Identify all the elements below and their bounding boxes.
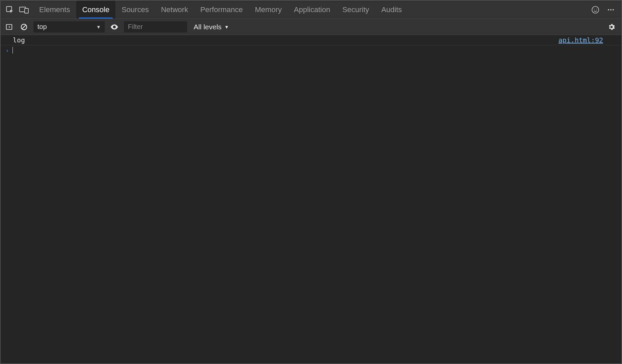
devtools-window: Elements Console Sources Network Perform… [0,0,622,364]
svg-point-6 [608,9,609,10]
tab-label: Sources [121,5,149,14]
console-sidebar-toggle[interactable] [3,20,15,34]
sidebar-toggle-icon [5,23,13,31]
inspect-icon [5,5,14,14]
tab-elements[interactable]: Elements [33,1,76,19]
panel-tabs: Elements Console Sources Network Perform… [33,1,408,19]
chevron-down-icon: ▼ [224,24,229,30]
tabbar-trailing [588,1,621,19]
devtools-tabbar: Elements Console Sources Network Perform… [1,1,621,19]
device-toolbar-button[interactable] [17,3,31,17]
tab-label: Audits [381,5,402,14]
tab-console[interactable]: Console [76,1,116,19]
more-options-button[interactable] [604,3,618,17]
tabbar-leading [1,1,33,19]
console-filter-input[interactable] [123,21,188,33]
console-log-message: log [13,36,25,44]
gear-icon [607,23,616,31]
svg-point-4 [594,9,595,9]
console-log-row[interactable]: log api.html:92 [1,35,621,45]
tab-label: Application [294,5,330,14]
tab-label: Console [82,5,110,14]
tab-application[interactable]: Application [288,1,336,19]
tab-label: Performance [200,5,243,14]
more-icon [607,6,615,14]
tab-audits[interactable]: Audits [375,1,408,19]
tab-sources[interactable]: Sources [115,1,155,19]
inspect-element-button[interactable] [3,3,17,17]
tab-label: Memory [255,5,282,14]
tab-network[interactable]: Network [155,1,194,19]
svg-point-3 [592,6,599,13]
svg-rect-2 [25,8,28,13]
clear-icon [20,23,28,31]
feedback-button[interactable] [588,3,602,17]
svg-point-7 [610,9,612,10]
chevron-down-icon: ▼ [96,24,101,30]
console-output[interactable]: log api.html:92 › [1,35,621,363]
eye-icon [110,23,119,31]
tab-label: Security [342,5,369,14]
svg-point-12 [114,26,115,27]
log-levels-selector[interactable]: All levels ▼ [191,23,232,31]
prompt-cursor [12,47,13,54]
tab-security[interactable]: Security [336,1,375,19]
console-settings-button[interactable] [604,20,619,34]
console-prompt[interactable]: › [1,45,621,55]
svg-point-8 [613,9,614,10]
tab-label: Elements [39,5,70,14]
execution-context-value: top [37,23,47,31]
tab-performance[interactable]: Performance [194,1,249,19]
clear-console-button[interactable] [18,20,30,34]
tab-label: Network [161,5,188,14]
svg-point-5 [596,9,597,9]
console-toolbar-trailing [604,20,619,34]
log-levels-label: All levels [194,23,222,31]
device-icon [19,6,29,14]
console-toolbar: top ▼ All levels ▼ [1,19,621,35]
console-log-source-link[interactable]: api.html:92 [559,36,617,44]
smile-icon [591,6,599,14]
execution-context-selector[interactable]: top ▼ [33,21,105,33]
svg-line-11 [22,25,26,29]
tab-memory[interactable]: Memory [249,1,288,19]
prompt-chevron-icon: › [5,47,9,54]
live-expression-button[interactable] [109,20,120,34]
